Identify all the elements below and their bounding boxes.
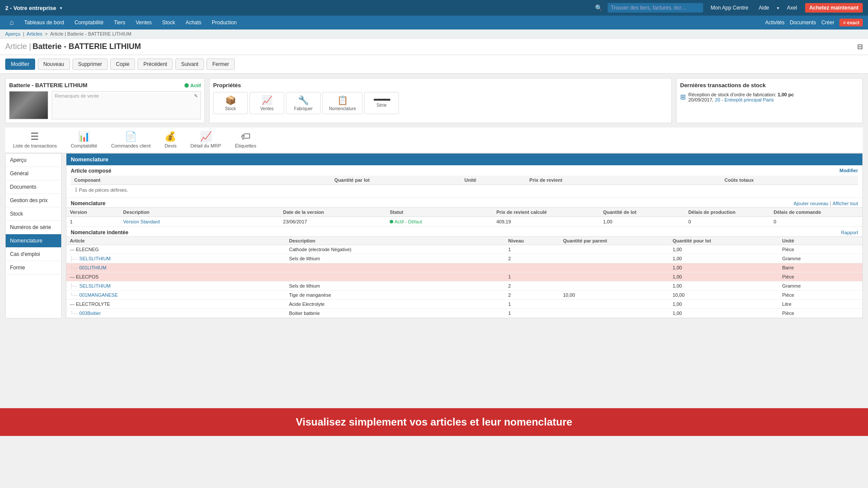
selslithium1-link[interactable]: SELSLITHIUM	[79, 256, 111, 261]
nav-item-production[interactable]: Production	[207, 17, 241, 28]
indent-col-qty-parent: Quantité par parent	[563, 238, 673, 243]
003boitier-link[interactable]: 003Boitier	[79, 311, 101, 316]
indent-row-001lithium: └— 001LITHIUM 1,00 Barre	[66, 263, 862, 272]
supprimer-button[interactable]: Supprimer	[72, 59, 108, 70]
indent-u-elecpos: Pièce	[782, 274, 859, 279]
breadcrumb-articles[interactable]: Articles	[26, 31, 42, 36]
page-filter-icon[interactable]: ⊟	[857, 43, 863, 51]
nav-creer[interactable]: Créer	[821, 20, 834, 26]
sidebar-item-apercu[interactable]: Aperçu	[6, 154, 61, 167]
tab-cmd-icon: 📄	[125, 131, 137, 142]
modifier-button[interactable]: Modifier	[5, 59, 35, 70]
company-dropdown-icon[interactable]: ▾	[60, 6, 62, 10]
tab-devis[interactable]: 💰 Devis	[162, 128, 179, 153]
nav-left: ⌂ Tableaux de bord Comptabilité Tiers Ve…	[5, 16, 241, 29]
transactions-panel: Dernières transactions de stock ⊞ Récept…	[676, 78, 863, 123]
properties-panel: Propriétés 📦 Stock 📈 Ventes 🔧 Fabriquer …	[209, 78, 672, 123]
col-qte-lot2: Quantité de lot	[603, 210, 688, 215]
info-icon: ℹ	[75, 187, 77, 193]
ventes-label: Ventes	[256, 106, 278, 111]
tab-commandes[interactable]: 📄 Commandes client	[108, 128, 153, 153]
sidebar-item-numeros-serie[interactable]: Numéros de série	[6, 221, 61, 234]
modifier-link[interactable]: Modifier	[839, 168, 858, 174]
nav-activites[interactable]: Activités	[765, 20, 785, 26]
col-couts-totaux: Coûts totaux	[724, 177, 855, 183]
nom-description-link[interactable]: Version Standard	[123, 219, 283, 224]
indent-art-elecneg: — ELECNEG	[70, 247, 289, 252]
indent-row-elecpos: — ELECPOS 1 1,00 Pièce	[66, 272, 862, 282]
article-compose-section: Article composé Modifier Composant Quant…	[66, 165, 862, 198]
precedent-button[interactable]: Précédent	[138, 59, 173, 70]
indent-u-selslithium2: Gramme	[782, 283, 859, 288]
nav-item-stock[interactable]: Stock	[158, 17, 179, 28]
suivant-button[interactable]: Suivant	[175, 59, 204, 70]
trans-date: 20/09/2017,	[688, 97, 715, 102]
tab-comptabilite[interactable]: 📊 Comptabilité	[68, 128, 100, 153]
nouveau-button[interactable]: Nouveau	[38, 59, 70, 70]
nav-item-comptabilite[interactable]: Comptabilité	[70, 17, 108, 28]
prop-fabriquer[interactable]: 🔧 Fabriquer	[286, 92, 321, 114]
prop-ventes[interactable]: 📈 Ventes	[250, 92, 284, 114]
sidebar-item-gestion-prix[interactable]: Gestion des prix	[6, 194, 61, 207]
sidebar-item-documents[interactable]: Documents	[6, 180, 61, 194]
indent-ql-001manganese: 10,00	[673, 292, 783, 298]
fermer-button[interactable]: Fermer	[207, 59, 235, 70]
prop-nomenclature[interactable]: 📋 Nomenclature	[322, 92, 362, 114]
indent-table-header: Article Description Niveau Quantité par …	[66, 236, 862, 245]
company-name[interactable]: 2 - Votre entreprise	[5, 5, 56, 11]
ajouter-nouveau-link[interactable]: Ajouter nouveau	[794, 201, 829, 206]
trans-link[interactable]: 20 - Entrepôt principal Paris	[715, 97, 774, 102]
001lithium-link[interactable]: 001LITHIUM	[79, 265, 106, 270]
tab-liste-icon: ☰	[30, 131, 39, 142]
indent-niv-001manganese: 2	[508, 292, 563, 298]
nav-item-achats[interactable]: Achats	[181, 17, 206, 28]
buy-button[interactable]: Achetez maintenant	[805, 3, 863, 13]
nom-qte: 1,00	[603, 219, 688, 224]
prop-serie[interactable]: ▬▬▬ Série	[364, 92, 399, 114]
tab-liste-label: Liste de transactions	[13, 143, 57, 148]
tab-mrp[interactable]: 📈 Détail du MRP	[188, 128, 224, 153]
sidebar-item-forme[interactable]: Forme	[6, 261, 61, 275]
nav-item-ventes[interactable]: Ventes	[132, 17, 156, 28]
001manganese-link[interactable]: 001MANGANESE	[79, 292, 118, 298]
selslithium2-link[interactable]: SELSLITHIUM	[79, 283, 111, 288]
trans-desc: Réception de stock d'ordre de fabricatio…	[688, 92, 794, 97]
indent-u-electrolyte: Litre	[782, 301, 859, 307]
exact-logo-btn[interactable]: ≡ exact	[839, 19, 863, 26]
nav-item-tableaux[interactable]: Tableaux de bord	[20, 17, 69, 28]
no-pieces-row: ℹ Pas de pièces définies.	[71, 185, 858, 195]
prop-stock[interactable]: 📦 Stock	[213, 92, 248, 114]
indent-art-001manganese: └— 001MANGANESE	[70, 292, 289, 298]
nomenclature-icon: 📋	[329, 95, 356, 105]
remarks-edit-icon[interactable]: ✎	[194, 93, 198, 99]
breadcrumb-apercu[interactable]: Aperçu	[5, 31, 20, 36]
user-btn[interactable]: Axel	[784, 4, 799, 12]
tab-compta-icon: 📊	[78, 131, 90, 142]
nomenclature-table-links: Ajouter nouveau | Afficher tout	[794, 200, 858, 206]
sidebar-item-cas-emploi[interactable]: Cas d'emploi	[6, 248, 61, 261]
app-center-btn[interactable]: Mon App Centre	[708, 4, 751, 12]
indent-art-selslithium2: ├— SELSLITHIUM	[70, 283, 289, 288]
sidebar-item-stock[interactable]: Stock	[6, 207, 61, 221]
tab-liste-transactions[interactable]: ☰ Liste de transactions	[10, 128, 59, 153]
nom-statut: Actif - Défaut	[390, 219, 496, 224]
sidebar-item-nomenclature[interactable]: Nomenclature	[6, 234, 61, 248]
nom-delais-cmd: 0	[773, 219, 859, 224]
action-bar: Modifier Nouveau Supprimer Copie Précéde…	[0, 55, 868, 74]
rapport-link[interactable]: Rapport	[841, 230, 858, 235]
top-bar-right: 🔍 Mon App Centre Aide ▾ Axel Achetez mai…	[595, 3, 863, 13]
search-input[interactable]	[608, 3, 703, 13]
fabriquer-label: Fabriquer	[293, 106, 314, 111]
nav-item-tiers[interactable]: Tiers	[109, 17, 129, 28]
indent-ql-selslithium2: 1,00	[673, 283, 783, 288]
top-bar: 2 - Votre entreprise ▾ 🔍 Mon App Centre …	[0, 0, 868, 16]
sidebar-item-general[interactable]: Général	[6, 167, 61, 180]
copie-button[interactable]: Copie	[110, 59, 135, 70]
tab-devis-label: Devis	[164, 143, 177, 148]
tab-etiquettes[interactable]: 🏷 Étiquettes	[233, 128, 259, 153]
help-btn[interactable]: Aide	[756, 4, 772, 12]
nav-home[interactable]: ⌂	[5, 16, 18, 29]
indent-col-desc: Description	[289, 238, 508, 243]
nav-documents[interactable]: Documents	[790, 20, 816, 26]
afficher-tout-link[interactable]: Afficher tout	[833, 201, 858, 206]
